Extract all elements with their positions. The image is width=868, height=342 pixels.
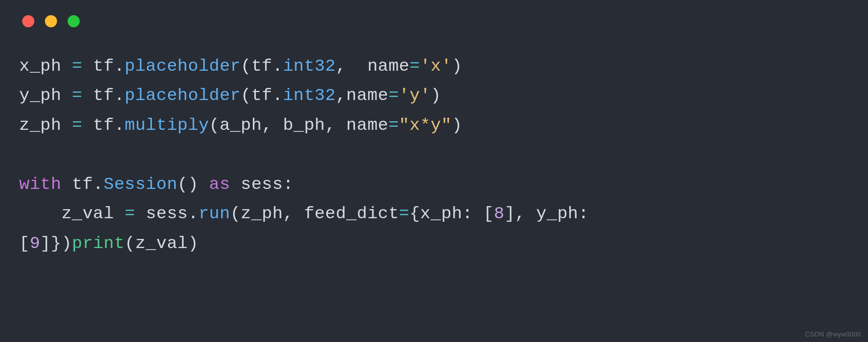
code-token: = bbox=[399, 204, 410, 223]
code-token: , bbox=[336, 86, 346, 105]
code-token bbox=[114, 204, 125, 223]
code-token: b_ph bbox=[283, 116, 326, 135]
code-token: multiply bbox=[125, 116, 209, 135]
code-token: ] bbox=[40, 234, 51, 253]
code-token: ( bbox=[230, 204, 241, 223]
code-token: placeholder bbox=[125, 86, 241, 105]
code-token: y_ph bbox=[536, 204, 578, 223]
close-icon bbox=[22, 15, 34, 27]
code-token: : bbox=[578, 204, 589, 223]
code-token: ( bbox=[209, 116, 220, 135]
code-token: as bbox=[209, 175, 230, 194]
code-token bbox=[525, 204, 536, 223]
code-token: z_val bbox=[62, 204, 115, 223]
code-token: z_val bbox=[135, 234, 188, 253]
code-token: = bbox=[72, 86, 83, 105]
code-token: 8 bbox=[494, 204, 505, 223]
code-token: , bbox=[325, 116, 336, 135]
code-token: tf bbox=[93, 116, 114, 135]
code-token: feed_dict bbox=[304, 204, 399, 223]
code-token bbox=[589, 204, 600, 223]
code-token: } bbox=[51, 234, 62, 253]
code-token bbox=[198, 175, 209, 194]
code-token bbox=[230, 175, 241, 194]
code-token: tf bbox=[93, 86, 114, 105]
code-token bbox=[294, 204, 304, 223]
code-token: z_ph bbox=[241, 204, 283, 223]
code-token: placeholder bbox=[125, 57, 241, 76]
code-token: ) bbox=[188, 234, 199, 253]
code-token: . bbox=[114, 86, 125, 105]
code-token: = bbox=[389, 116, 399, 135]
code-token: y_ph bbox=[19, 86, 62, 105]
code-token: 'y' bbox=[399, 86, 431, 105]
code-token: . bbox=[114, 116, 125, 135]
code-token: , bbox=[336, 57, 346, 76]
code-token bbox=[336, 116, 346, 135]
code-window: x_ph = tf.placeholder(tf.int32, name='x'… bbox=[0, 0, 868, 342]
code-token: : bbox=[462, 204, 473, 223]
code-token: = bbox=[125, 204, 135, 223]
maximize-icon bbox=[68, 15, 80, 27]
code-token: sess bbox=[146, 204, 188, 223]
code-token: "x*y" bbox=[399, 116, 452, 135]
code-token: ) bbox=[62, 234, 72, 253]
code-token: ( bbox=[241, 86, 251, 105]
code-token: [ bbox=[19, 234, 30, 253]
code-token bbox=[473, 204, 483, 223]
watermark-text: CSDN @wyw0000 bbox=[805, 330, 861, 338]
minimize-icon bbox=[45, 15, 57, 27]
code-token: name bbox=[346, 116, 389, 135]
code-token bbox=[346, 57, 367, 76]
code-token: tf bbox=[251, 57, 273, 76]
window-traffic-lights bbox=[22, 15, 849, 27]
code-token: . bbox=[273, 57, 283, 76]
code-token: ( bbox=[178, 175, 188, 194]
code-token: = bbox=[72, 116, 83, 135]
code-token: tf bbox=[251, 86, 273, 105]
code-token: . bbox=[273, 86, 283, 105]
code-token: : bbox=[283, 175, 294, 194]
code-token bbox=[273, 116, 283, 135]
code-token: . bbox=[93, 175, 103, 194]
code-token: Session bbox=[103, 175, 177, 194]
code-token: ] bbox=[505, 204, 515, 223]
code-token: . bbox=[188, 204, 199, 223]
code-token: ) bbox=[430, 86, 441, 105]
code-token: 9 bbox=[30, 234, 40, 253]
code-token: = bbox=[389, 86, 399, 105]
code-token: , bbox=[515, 204, 526, 223]
code-token: name bbox=[367, 57, 410, 76]
code-token: = bbox=[72, 57, 83, 76]
code-token: . bbox=[114, 57, 125, 76]
code-token: ) bbox=[452, 57, 462, 76]
code-token: tf bbox=[93, 57, 114, 76]
code-token: run bbox=[198, 204, 230, 223]
code-token: [ bbox=[483, 204, 494, 223]
code-token: { bbox=[410, 204, 420, 223]
code-token: = bbox=[410, 57, 420, 76]
code-token: ) bbox=[452, 116, 462, 135]
code-token: print bbox=[72, 234, 125, 253]
code-token bbox=[19, 204, 62, 223]
code-token: name bbox=[346, 86, 389, 105]
code-token: , bbox=[283, 204, 294, 223]
code-token: tf bbox=[72, 175, 93, 194]
code-token: , bbox=[262, 116, 273, 135]
code-token: ( bbox=[125, 234, 135, 253]
code-token: z_ph bbox=[19, 116, 62, 135]
code-block: x_ph = tf.placeholder(tf.int32, name='x'… bbox=[19, 52, 849, 258]
code-token: a_ph bbox=[220, 116, 262, 135]
code-token: x_ph bbox=[19, 57, 62, 76]
code-token: int32 bbox=[283, 57, 336, 76]
code-token: 'x' bbox=[420, 57, 452, 76]
code-token bbox=[135, 204, 146, 223]
code-token: with bbox=[19, 175, 62, 194]
code-token: x_ph bbox=[420, 204, 462, 223]
code-token: ( bbox=[241, 57, 251, 76]
code-token: ) bbox=[188, 175, 198, 194]
code-token: int32 bbox=[283, 86, 336, 105]
code-token bbox=[62, 175, 72, 194]
code-token: sess bbox=[241, 175, 283, 194]
